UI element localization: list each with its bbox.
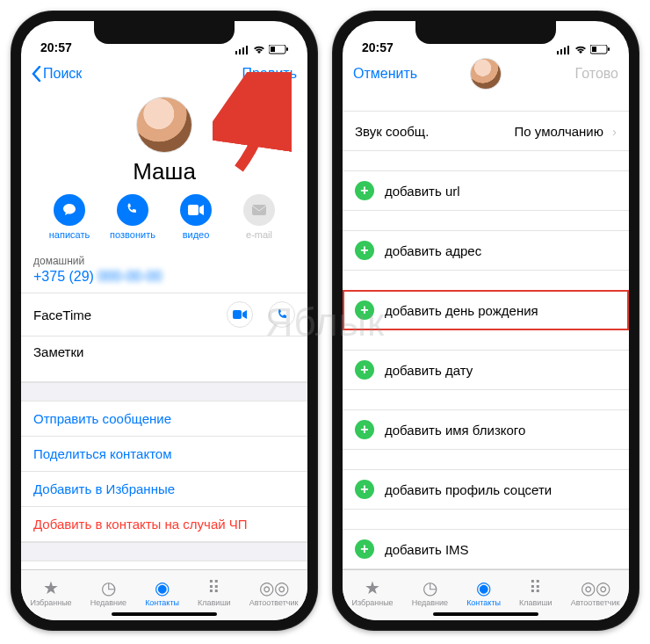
tab-voicemail[interactable]: ◎◎Автоответчик: [249, 579, 299, 607]
svg-rect-6: [271, 47, 275, 52]
signal-icon: [557, 46, 571, 54]
phone-label: домашний: [33, 255, 84, 267]
chevron-right-icon: ›: [612, 124, 617, 139]
add-address-row[interactable]: +добавить адрес: [343, 230, 629, 271]
clock-icon: ◷: [101, 579, 116, 597]
tab-keypad[interactable]: ⠿Клавиши: [198, 579, 231, 607]
keypad-icon: ⠿: [529, 579, 542, 597]
tab-favorites[interactable]: ★Избранные: [352, 579, 394, 607]
add-favorite-link[interactable]: Добавить в Избранные: [21, 472, 307, 507]
svg-rect-12: [564, 47, 566, 54]
text-tone-row[interactable]: Звук сообщ. По умолчанию›: [343, 111, 629, 151]
done-button[interactable]: Готово: [575, 66, 618, 82]
share-contact-link[interactable]: Поделиться контактом: [21, 437, 307, 472]
tab-contacts[interactable]: ◉Контакты: [466, 579, 501, 607]
mail-label: e-mail: [246, 229, 272, 240]
home-indicator[interactable]: [433, 612, 538, 616]
notes-label: Заметки: [33, 344, 83, 359]
video-label: видео: [183, 229, 210, 240]
call-action[interactable]: позвонить: [107, 194, 158, 240]
facetime-audio-button[interactable]: [269, 301, 295, 328]
add-ims-label: добавить IMS: [385, 542, 469, 557]
video-action[interactable]: видео: [170, 194, 221, 240]
status-icons: [557, 45, 610, 54]
section-spacer: [21, 542, 307, 561]
phone-row[interactable]: домашний +375 (29) 000-00-00: [21, 247, 307, 293]
phone-hidden: 000-00-00: [98, 269, 162, 284]
plus-icon: +: [355, 420, 374, 439]
notch: [94, 21, 235, 44]
add-date-row[interactable]: +добавить дату: [343, 350, 629, 390]
voicemail-icon: ◎◎: [581, 579, 610, 597]
add-social-row[interactable]: +добавить профиль соцсети: [343, 469, 629, 510]
mail-action: e-mail: [234, 194, 285, 240]
message-action[interactable]: написать: [44, 194, 95, 240]
svg-rect-15: [608, 47, 610, 51]
contact-icon: ◉: [476, 579, 491, 597]
battery-icon: [590, 45, 610, 54]
text-tone-label: Звук сообщ.: [355, 124, 429, 139]
phone-icon: [126, 203, 140, 217]
contact-icon: ◉: [155, 579, 170, 597]
phone-frame-left: 20:57 Поиск Править Маша: [11, 11, 318, 631]
add-birthday-row[interactable]: +добавить день рождения: [343, 290, 629, 330]
add-social-label: добавить профиль соцсети: [385, 482, 552, 497]
message-label: написать: [49, 229, 90, 240]
share-location-link[interactable]: Поделиться геопозицией: [21, 561, 307, 569]
plus-icon: +: [355, 539, 374, 559]
clock-icon: ◷: [422, 579, 437, 597]
cancel-button[interactable]: Отменить: [353, 66, 417, 82]
svg-rect-7: [188, 205, 199, 215]
send-message-link[interactable]: Отправить сообщение: [21, 402, 307, 437]
notch: [415, 21, 556, 44]
add-related-row[interactable]: +добавить имя близкого: [343, 409, 629, 450]
voicemail-icon: ◎◎: [259, 579, 289, 597]
home-indicator[interactable]: [112, 612, 217, 616]
add-url-row[interactable]: +добавить url: [343, 170, 629, 211]
section-spacer: [21, 382, 307, 402]
avatar[interactable]: [136, 97, 192, 153]
tab-recents[interactable]: ◷Недавние: [90, 579, 126, 607]
back-label: Поиск: [43, 66, 82, 82]
add-date-label: добавить дату: [385, 363, 473, 378]
svg-rect-9: [233, 310, 242, 319]
phone-frame-right: 20:57 Отменить Готово Звук сообщ. По умо…: [332, 11, 639, 631]
svg-rect-1: [239, 49, 241, 54]
plus-icon: +: [355, 181, 374, 200]
facetime-row: FaceTime: [21, 293, 307, 336]
tab-contacts[interactable]: ◉Контакты: [145, 579, 179, 607]
tab-recents[interactable]: ◷Недавние: [412, 579, 448, 607]
phone-icon: [276, 308, 288, 321]
add-url-label: добавить url: [385, 184, 460, 199]
star-icon: ★: [365, 579, 380, 597]
add-birthday-label: добавить день рождения: [385, 303, 538, 318]
tab-voicemail[interactable]: ◎◎Автоответчик: [571, 579, 620, 607]
svg-rect-3: [246, 46, 248, 54]
status-time: 20:57: [362, 40, 394, 54]
avatar-small[interactable]: [470, 58, 502, 90]
keypad-icon: ⠿: [207, 579, 220, 597]
phone-value: +375 (29): [33, 269, 94, 284]
message-icon: [61, 202, 77, 218]
chevron-left-icon: [32, 66, 41, 82]
facetime-label: FaceTime: [33, 308, 91, 322]
signal-icon: [235, 46, 249, 54]
tab-favorites[interactable]: ★Избранные: [31, 579, 72, 607]
tab-keypad[interactable]: ⠿Клавиши: [519, 579, 552, 607]
notes-row[interactable]: Заметки: [21, 336, 307, 382]
wifi-icon: [253, 46, 265, 54]
svg-rect-8: [252, 205, 266, 215]
emergency-link[interactable]: Добавить в контакты на случай ЧП: [21, 507, 307, 542]
svg-rect-10: [557, 51, 559, 54]
back-button[interactable]: Поиск: [32, 66, 82, 82]
facetime-video-button[interactable]: [227, 301, 253, 328]
add-ims-row[interactable]: +добавить IMS: [343, 529, 629, 569]
svg-rect-5: [286, 47, 288, 51]
svg-rect-16: [592, 47, 596, 52]
annotation-arrow: [213, 72, 292, 177]
status-time: 20:57: [40, 40, 72, 54]
plus-icon: +: [355, 241, 374, 260]
plus-icon: +: [355, 360, 374, 380]
add-address-label: добавить адрес: [385, 243, 481, 258]
wifi-icon: [574, 46, 587, 54]
